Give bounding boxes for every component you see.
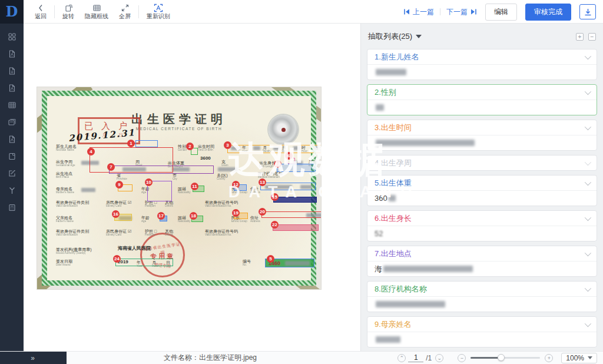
- annotation-badge-5[interactable]: 5: [267, 255, 274, 263]
- annotation-badge-19[interactable]: 19: [232, 209, 240, 217]
- expand-all-icon[interactable]: +: [576, 33, 584, 41]
- document-icon[interactable]: [4, 131, 20, 148]
- approve-button[interactable]: 审核完成: [525, 4, 571, 21]
- annotation-badge-24[interactable]: 24: [113, 255, 121, 263]
- collapse-all-icon[interactable]: −: [588, 33, 596, 41]
- annotation-badge-2[interactable]: 2: [186, 143, 194, 150]
- field-card-header-5[interactable]: 5.出生体重: [367, 176, 597, 190]
- annotation-box-1[interactable]: [135, 140, 158, 147]
- zoom-slider[interactable]: [471, 357, 540, 359]
- document-viewer[interactable]: 出生医学证明 MEDICAL CERTIFICATE OF BIRTH 已入户 …: [24, 24, 360, 351]
- field-label: 6.出生身长: [375, 213, 412, 224]
- annotation-box-24[interactable]: [115, 259, 173, 266]
- doc-file-icon[interactable]: [4, 80, 20, 97]
- download-button[interactable]: [579, 4, 596, 19]
- annotation-badge-7[interactable]: 7: [107, 163, 115, 171]
- issuing-round-stamp: 海南省出生医学证明 专用章 管理专用: [140, 233, 185, 277]
- field-value[interactable]: [367, 296, 597, 312]
- zoom-in-button[interactable]: +: [545, 354, 553, 362]
- chevron-left-icon: [37, 4, 45, 12]
- app-logo[interactable]: D: [0, 0, 24, 24]
- calculator-icon[interactable]: [4, 199, 20, 216]
- doc-pdf-icon[interactable]: [4, 45, 20, 62]
- edit-button[interactable]: 编辑: [485, 4, 517, 21]
- field-value[interactable]: [367, 64, 597, 80]
- annotation-badge-1[interactable]: 1: [127, 140, 135, 147]
- annotation-badge-9[interactable]: 9: [115, 181, 123, 188]
- cert-field-label: 签发日期Date Issued: [56, 259, 72, 267]
- annotation-badge-23[interactable]: 23: [274, 160, 281, 168]
- table-icon[interactable]: [4, 97, 20, 114]
- page-down-button[interactable]: ⌄: [435, 354, 443, 362]
- annotation-box-3[interactable]: [227, 145, 321, 153]
- field-card-header-3[interactable]: 3.出生时间: [367, 120, 597, 135]
- field-value[interactable]: 360: [367, 190, 597, 206]
- list-dropdown-icon[interactable]: [416, 35, 422, 38]
- page-up-button[interactable]: ⌃: [397, 354, 406, 362]
- field-card-header-9[interactable]: 9.母亲姓名: [367, 317, 597, 332]
- hide-gridlines-button[interactable]: 隐藏框线: [79, 0, 114, 24]
- next-doc-link[interactable]: 下一篇: [446, 7, 477, 17]
- annotation-badge-10[interactable]: 10: [145, 178, 153, 186]
- annotation-badge-11[interactable]: 11: [191, 183, 198, 190]
- chevron-down-icon[interactable]: [585, 320, 591, 326]
- field-card-header-6[interactable]: 6.出生身长: [367, 211, 597, 226]
- doc-text-icon[interactable]: [4, 62, 20, 80]
- field-card-header-2[interactable]: 2.性别: [367, 85, 597, 100]
- chevron-down-icon[interactable]: [585, 158, 591, 165]
- zoom-slider-handle[interactable]: [498, 354, 505, 361]
- annotation-badge-18[interactable]: 18: [190, 212, 197, 220]
- annotation-box-15[interactable]: [273, 197, 317, 203]
- chevron-down-icon[interactable]: [585, 214, 591, 220]
- note-icon[interactable]: [4, 148, 20, 165]
- field-value[interactable]: 52: [367, 226, 597, 241]
- annotation-badge-3[interactable]: 3: [224, 141, 231, 149]
- annotation-badge-22[interactable]: 22: [271, 221, 279, 229]
- prev-doc-link[interactable]: 上一篇: [403, 7, 434, 17]
- chevron-down-icon[interactable]: [585, 178, 591, 185]
- annotation-badge-16[interactable]: 16: [112, 210, 120, 218]
- annotation-box-23[interactable]: [277, 164, 316, 172]
- field-card-header-7[interactable]: 7.出生地点: [367, 246, 597, 261]
- back-button[interactable]: 返回: [29, 0, 52, 24]
- annotation-badge-13[interactable]: 13: [259, 178, 266, 186]
- fullscreen-button[interactable]: 全屏: [114, 0, 136, 24]
- chevron-down-icon[interactable]: [585, 123, 591, 130]
- page-number-input[interactable]: 1: [408, 353, 423, 362]
- field-value[interactable]: [367, 100, 597, 115]
- cert-field-label: 新生儿姓名Neonate Name: [56, 144, 77, 152]
- annotation-badge-6[interactable]: 6: [285, 152, 293, 160]
- chevron-down-icon[interactable]: [585, 52, 591, 59]
- redacted-value: [285, 261, 310, 266]
- dashboard-grid-icon[interactable]: [4, 28, 20, 45]
- annotation-badge-4[interactable]: 4: [87, 148, 95, 155]
- field-value[interactable]: 海: [367, 261, 597, 276]
- branch-icon[interactable]: [4, 182, 20, 199]
- edit-icon[interactable]: [4, 165, 20, 182]
- zoom-level-value: 100%: [566, 354, 584, 362]
- card-view-icon[interactable]: [4, 114, 20, 131]
- annotation-box-20[interactable]: [261, 211, 321, 218]
- re-recognize-button[interactable]: 重新识别: [141, 0, 175, 24]
- toolbar-divider: [138, 5, 139, 18]
- annotation-badge-17[interactable]: 17: [157, 212, 165, 220]
- annotation-box-13[interactable]: [260, 183, 316, 190]
- annotation-box-7[interactable]: [109, 166, 214, 174]
- field-value[interactable]: [367, 135, 597, 150]
- chevron-down-icon[interactable]: [585, 284, 591, 291]
- cert-field-label: 居民身份证 ☑Identity Card: [106, 229, 131, 237]
- chevron-down-icon[interactable]: [585, 249, 591, 256]
- field-card-header-8[interactable]: 8.医疗机构名称: [367, 282, 597, 296]
- annotation-badge-12[interactable]: 12: [232, 181, 240, 188]
- annotation-badge-20[interactable]: 20: [259, 208, 266, 216]
- zoom-out-button[interactable]: −: [458, 354, 466, 362]
- sidebar-expand-button[interactable]: »: [0, 352, 67, 364]
- field-card-header-1[interactable]: 1.新生儿姓名: [367, 49, 597, 64]
- chevron-down-icon[interactable]: [585, 88, 591, 94]
- annotation-badge-15[interactable]: 15: [271, 193, 279, 201]
- annotation-box-22[interactable]: [273, 224, 319, 231]
- field-value[interactable]: [367, 332, 597, 347]
- rotate-button[interactable]: 旋转: [57, 0, 79, 24]
- zoom-level-select[interactable]: 100%: [561, 353, 597, 363]
- field-card-header-4[interactable]: 4.出生孕周: [367, 155, 597, 170]
